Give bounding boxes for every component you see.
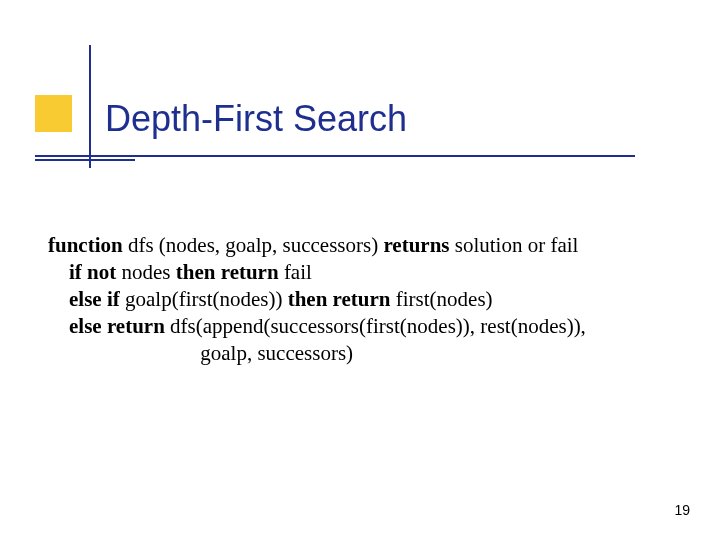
code-text: fail xyxy=(279,260,312,284)
pseudocode-block: function dfs (nodes, goalp, successors) … xyxy=(48,232,586,366)
accent-square xyxy=(35,95,72,132)
kw-then-return: then return xyxy=(288,287,391,311)
code-line-3: else if goalp(first(nodes)) then return … xyxy=(48,286,586,313)
code-text: first(nodes) xyxy=(391,287,493,311)
kw-function: function xyxy=(48,233,123,257)
kw-else-return: else return xyxy=(69,314,165,338)
title-underline-short xyxy=(35,159,135,161)
code-text: goalp, successors) xyxy=(48,341,353,365)
kw-not: not xyxy=(87,260,116,284)
kw-returns: returns xyxy=(383,233,449,257)
code-text: dfs(append(successors(first(nodes)), res… xyxy=(165,314,586,338)
code-text: goalp(first(nodes)) xyxy=(120,287,288,311)
title-vertical-rule xyxy=(89,45,91,168)
code-text: nodes xyxy=(116,260,176,284)
code-text: solution or fail xyxy=(450,233,579,257)
page-number: 19 xyxy=(674,502,690,518)
code-line-4: else return dfs(append(successors(first(… xyxy=(48,313,586,340)
kw-then-return: then return xyxy=(176,260,279,284)
kw-if: if xyxy=(69,260,82,284)
kw-else-if: else if xyxy=(69,287,120,311)
code-line-2: if not nodes then return fail xyxy=(48,259,586,286)
code-line-5: goalp, successors) xyxy=(48,340,586,367)
code-line-1: function dfs (nodes, goalp, successors) … xyxy=(48,232,586,259)
code-text: dfs (nodes, goalp, successors) xyxy=(123,233,384,257)
title-underline xyxy=(35,155,635,157)
slide-title: Depth-First Search xyxy=(105,98,407,140)
